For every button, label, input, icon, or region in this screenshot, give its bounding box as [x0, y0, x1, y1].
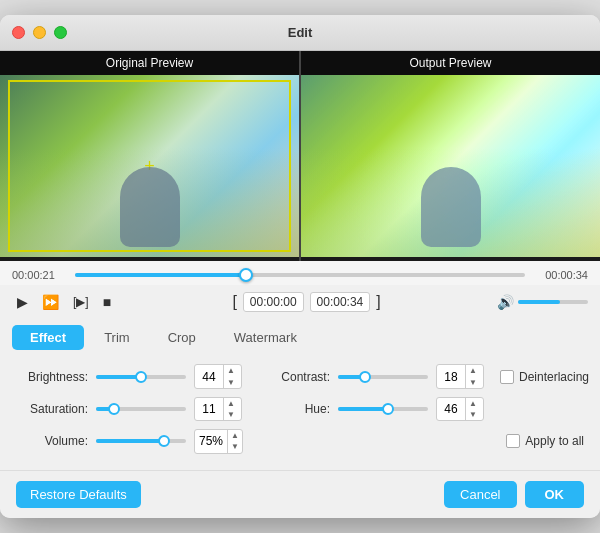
- tab-watermark[interactable]: Watermark: [216, 325, 315, 350]
- minimize-button[interactable]: [33, 26, 46, 39]
- tab-crop[interactable]: Crop: [150, 325, 214, 350]
- stop-button[interactable]: ■: [98, 291, 116, 313]
- saturation-down[interactable]: ▼: [224, 409, 238, 420]
- hue-number[interactable]: 46: [437, 401, 465, 417]
- main-window: Edit Original Preview Output Preview 00:…: [0, 15, 600, 517]
- hue-down[interactable]: ▼: [466, 409, 480, 420]
- hue-up[interactable]: ▲: [466, 398, 480, 409]
- brightness-down[interactable]: ▼: [224, 377, 238, 388]
- hue-label: Hue:: [258, 402, 330, 416]
- effect-controls: Brightness: 44 ▲ ▼ Contrast: 18: [0, 356, 600, 469]
- saturation-hue-row: Saturation: 11 ▲ ▼ Hue: 46 ▲: [16, 397, 584, 421]
- output-preview-image: [301, 75, 600, 257]
- bracket-play-button[interactable]: [▶]: [68, 292, 94, 312]
- contrast-label: Contrast:: [258, 370, 330, 384]
- timeline-end-time: 00:00:34: [533, 269, 588, 281]
- volume-down[interactable]: ▼: [228, 441, 242, 452]
- brightness-number[interactable]: 44: [195, 369, 223, 385]
- volume-value: 75% ▲ ▼: [194, 429, 243, 453]
- cancel-button[interactable]: Cancel: [444, 481, 516, 508]
- play-button[interactable]: ▶: [12, 291, 33, 313]
- brightness-slider[interactable]: [96, 375, 186, 379]
- hue-value: 46 ▲ ▼: [436, 397, 484, 421]
- contrast-down[interactable]: ▼: [466, 377, 480, 388]
- volume-up[interactable]: ▲: [228, 430, 242, 441]
- tab-trim[interactable]: Trim: [86, 325, 148, 350]
- volume-arrows: ▲ ▼: [227, 430, 242, 452]
- contrast-number[interactable]: 18: [437, 369, 465, 385]
- brightness-value: 44 ▲ ▼: [194, 364, 242, 388]
- saturation-label: Saturation:: [16, 402, 88, 416]
- titlebar: Edit: [0, 15, 600, 51]
- close-button[interactable]: [12, 26, 25, 39]
- hue-slider[interactable]: [338, 407, 428, 411]
- volume-label: Volume:: [16, 434, 88, 448]
- restore-defaults-button[interactable]: Restore Defaults: [16, 481, 141, 508]
- timeline-start-time: 00:00:21: [12, 269, 67, 281]
- trim-start-time[interactable]: 00:00:00: [243, 292, 304, 312]
- volume-slider[interactable]: [518, 300, 588, 304]
- contrast-arrows: ▲ ▼: [465, 365, 480, 387]
- hue-arrows: ▲ ▼: [465, 398, 480, 420]
- contrast-slider[interactable]: [338, 375, 428, 379]
- volume-effect-slider[interactable]: [96, 439, 186, 443]
- trim-controls: [ 00:00:00 00:00:34 ]: [232, 292, 380, 312]
- deinterlacing-checkbox-label[interactable]: Deinterlacing: [500, 370, 589, 384]
- deinterlacing-label: Deinterlacing: [519, 370, 589, 384]
- saturation-up[interactable]: ▲: [224, 398, 238, 409]
- figure-output: [421, 167, 481, 247]
- saturation-slider[interactable]: [96, 407, 186, 411]
- bracket-right-icon[interactable]: ]: [376, 293, 380, 311]
- timeline-section: 00:00:21 00:00:34: [0, 261, 600, 285]
- apply-to-all-checkbox[interactable]: [506, 434, 520, 448]
- window-title: Edit: [288, 25, 313, 40]
- timeline-bar: 00:00:21 00:00:34: [12, 269, 588, 281]
- window-controls: [12, 26, 67, 39]
- ok-button[interactable]: OK: [525, 481, 585, 508]
- volume-control: 🔊: [497, 294, 588, 310]
- maximize-button[interactable]: [54, 26, 67, 39]
- bracket-left-icon[interactable]: [: [232, 293, 236, 311]
- original-preview-label: Original Preview: [0, 51, 299, 75]
- saturation-arrows: ▲ ▼: [223, 398, 238, 420]
- timeline-thumb: [239, 268, 253, 282]
- volume-icon: 🔊: [497, 294, 514, 310]
- apply-to-all-label: Apply to all: [525, 434, 584, 448]
- original-preview-panel: Original Preview: [0, 51, 299, 261]
- figure-original: [120, 167, 180, 247]
- volume-row: Volume: 75% ▲ ▼ Apply to all: [16, 429, 584, 453]
- bottom-bar: Restore Defaults Cancel OK: [0, 470, 600, 518]
- brightness-arrows: ▲ ▼: [223, 365, 238, 387]
- fast-forward-button[interactable]: ⏩: [37, 291, 64, 313]
- volume-number[interactable]: 75%: [195, 433, 227, 449]
- contrast-value: 18 ▲ ▼: [436, 364, 484, 388]
- apply-to-all-checkbox-label[interactable]: Apply to all: [506, 434, 584, 448]
- tab-effect[interactable]: Effect: [12, 325, 84, 350]
- deinterlacing-checkbox[interactable]: [500, 370, 514, 384]
- original-preview-image: [0, 75, 299, 257]
- brightness-label: Brightness:: [16, 370, 88, 384]
- timeline-fill: [75, 273, 246, 277]
- saturation-value: 11 ▲ ▼: [194, 397, 242, 421]
- contrast-up[interactable]: ▲: [466, 365, 480, 376]
- nav-controls: ▶ ⏩ [▶] ■ [ 00:00:00 00:00:34 ] 🔊: [0, 285, 600, 319]
- preview-section: Original Preview Output Preview: [0, 51, 600, 261]
- output-preview-label: Output Preview: [301, 51, 600, 75]
- saturation-number[interactable]: 11: [195, 401, 223, 417]
- output-preview-panel: Output Preview: [301, 51, 600, 261]
- timeline-track[interactable]: [75, 273, 525, 277]
- trim-end-time[interactable]: 00:00:34: [310, 292, 371, 312]
- brightness-contrast-row: Brightness: 44 ▲ ▼ Contrast: 18: [16, 364, 584, 388]
- tabs-section: Effect Trim Crop Watermark: [0, 319, 600, 356]
- brightness-up[interactable]: ▲: [224, 365, 238, 376]
